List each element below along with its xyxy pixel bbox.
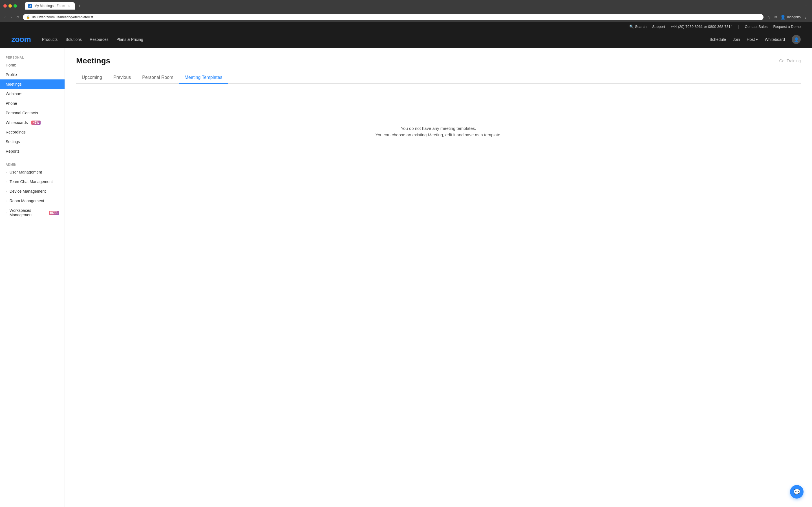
new-badge: NEW (31, 121, 41, 125)
sidebar-item-workspaces-management[interactable]: › Workspaces Management BETA (0, 206, 64, 220)
avatar[interactable]: 👤 (792, 35, 801, 44)
sidebar-item-phone-label: Phone (6, 101, 17, 106)
chevron-down-icon: ▾ (756, 37, 758, 42)
main-layout: PERSONAL Home Profile Meetings Webinars … (0, 48, 812, 507)
sidebar-item-personal-contacts-label: Personal Contacts (6, 111, 38, 115)
address-bar[interactable]: 🔒 us06web.zoom.us/meeting#/template/list (23, 14, 763, 20)
minimize-window-button[interactable] (8, 4, 12, 8)
tab-bar: Z My Meetings - Zoom ✕ + (21, 2, 87, 10)
search-label: Search (635, 24, 647, 29)
zoom-logo[interactable]: zoom (11, 35, 31, 44)
join-button[interactable]: Join (733, 37, 740, 42)
chevron-right-icon: › (6, 170, 7, 174)
split-view-button[interactable]: ⧉ (773, 13, 778, 20)
sidebar: PERSONAL Home Profile Meetings Webinars … (0, 48, 65, 507)
close-window-button[interactable] (3, 4, 7, 8)
sidebar-item-settings[interactable]: Settings (0, 137, 64, 147)
sidebar-item-user-management-label: User Management (10, 170, 42, 174)
header-nav: zoom Products Solutions Resources Plans … (0, 31, 812, 48)
toolbar-actions: ☆ ⧉ 👤 Incognito ⋮ (766, 13, 809, 20)
sidebar-item-webinars[interactable]: Webinars (0, 89, 64, 99)
sidebar-item-recordings-label: Recordings (6, 130, 26, 134)
sidebar-item-phone[interactable]: Phone (0, 99, 64, 108)
sidebar-item-user-management[interactable]: › User Management (0, 167, 64, 177)
search-icon: 🔍 (629, 24, 634, 29)
empty-state: You do not have any meeting templates. Y… (76, 92, 801, 171)
sidebar-item-profile[interactable]: Profile (0, 70, 64, 79)
forward-button[interactable]: › (9, 14, 13, 20)
header-left: zoom Products Solutions Resources Plans … (11, 35, 143, 44)
sidebar-item-settings-label: Settings (6, 139, 20, 144)
chevron-right-icon: › (6, 199, 7, 203)
content-header: Meetings Get Training (76, 56, 801, 65)
page-title: Meetings (76, 56, 110, 65)
beta-badge: BETA (49, 211, 59, 215)
chat-support-button[interactable]: 💬 (790, 485, 804, 499)
tab-close-button[interactable]: ✕ (67, 4, 71, 8)
browser-titlebar: Z My Meetings - Zoom ✕ + ⋯ (0, 0, 812, 12)
browser-toolbar: ‹ › ↻ 🔒 us06web.zoom.us/meeting#/templat… (0, 12, 812, 22)
sidebar-item-device-management[interactable]: › Device Management (0, 186, 64, 196)
sidebar-item-personal-contacts[interactable]: Personal Contacts (0, 108, 64, 118)
sidebar-item-whiteboards-label: Whiteboards (6, 120, 28, 125)
sidebar-item-team-chat-label: Team Chat Management (10, 179, 53, 184)
tab-favicon: Z (28, 4, 32, 8)
tab-meeting-templates[interactable]: Meeting Templates (179, 72, 228, 83)
sidebar-item-webinars-label: Webinars (6, 92, 22, 96)
url-text: us06web.zoom.us/meeting#/template/list (32, 15, 93, 19)
sidebar-item-room-management[interactable]: › Room Management (0, 196, 64, 206)
browser-chrome: Z My Meetings - Zoom ✕ + ⋯ ‹ › ↻ 🔒 us06w… (0, 0, 812, 22)
main-nav: Products Solutions Resources Plans & Pri… (42, 37, 143, 42)
tab-personal-room[interactable]: Personal Room (137, 72, 179, 83)
sidebar-item-meetings[interactable]: Meetings (0, 79, 64, 89)
sidebar-item-whiteboards[interactable]: Whiteboards NEW (0, 118, 64, 127)
schedule-button[interactable]: Schedule (710, 37, 726, 42)
tab-previous[interactable]: Previous (108, 72, 137, 83)
request-demo-link[interactable]: Request a Demo (773, 24, 801, 29)
lock-icon: 🔒 (26, 15, 30, 19)
incognito-label: Incognito (787, 15, 801, 19)
back-button[interactable]: ‹ (3, 14, 7, 20)
sidebar-item-workspaces-label: Workspaces Management (10, 208, 45, 217)
tab-title: My Meetings - Zoom (35, 4, 65, 8)
support-link[interactable]: Support (652, 24, 665, 29)
whiteboard-button[interactable]: Whiteboard (765, 37, 785, 42)
sidebar-item-reports[interactable]: Reports (0, 147, 64, 156)
new-tab-button[interactable]: + (76, 2, 83, 10)
window-controls: ⋯ (805, 3, 809, 8)
contact-sales-link[interactable]: Contact Sales (745, 24, 768, 29)
sidebar-item-meetings-label: Meetings (6, 82, 22, 87)
tab-upcoming[interactable]: Upcoming (76, 72, 108, 83)
chevron-right-icon: › (6, 189, 7, 193)
host-button[interactable]: Host ▾ (747, 37, 758, 42)
get-training-link[interactable]: Get Training (779, 59, 801, 63)
sidebar-item-room-management-label: Room Management (10, 199, 44, 203)
incognito-badge: 👤 Incognito (780, 14, 801, 20)
browser-tab-active[interactable]: Z My Meetings - Zoom ✕ (25, 2, 75, 10)
phone-number: +44 (20) 7039 8961 or 0800 368 7314 (671, 24, 732, 29)
nav-solutions[interactable]: Solutions (65, 37, 82, 42)
chevron-right-icon: › (6, 211, 7, 214)
sidebar-item-recordings[interactable]: Recordings (0, 127, 64, 137)
maximize-window-button[interactable] (13, 4, 17, 8)
sidebar-item-device-management-label: Device Management (10, 189, 46, 193)
personal-section-label: PERSONAL (0, 54, 64, 60)
nav-resources[interactable]: Resources (90, 37, 109, 42)
sidebar-item-team-chat[interactable]: › Team Chat Management (0, 177, 64, 186)
reload-button[interactable]: ↻ (15, 14, 20, 20)
header-right: Schedule Join Host ▾ Whiteboard 👤 (710, 35, 801, 44)
empty-state-line2: You can choose an existing Meeting, edit… (375, 132, 501, 137)
more-options-button[interactable]: ⋮ (802, 14, 809, 20)
empty-state-line1: You do not have any meeting templates. (401, 126, 476, 131)
sidebar-item-home[interactable]: Home (0, 60, 64, 70)
tabs-bar: Upcoming Previous Personal Room Meeting … (76, 72, 801, 83)
bookmark-button[interactable]: ☆ (766, 14, 772, 20)
nav-plans-pricing[interactable]: Plans & Pricing (116, 37, 143, 42)
sidebar-item-profile-label: Profile (6, 72, 17, 77)
content-area: Meetings Get Training Upcoming Previous … (65, 48, 812, 507)
top-bar: 🔍 Search Support +44 (20) 7039 8961 or 0… (0, 22, 812, 31)
sidebar-item-reports-label: Reports (6, 149, 19, 154)
nav-products[interactable]: Products (42, 37, 57, 42)
search-button[interactable]: 🔍 Search (629, 24, 647, 29)
admin-section-label: ADMIN (0, 161, 64, 167)
